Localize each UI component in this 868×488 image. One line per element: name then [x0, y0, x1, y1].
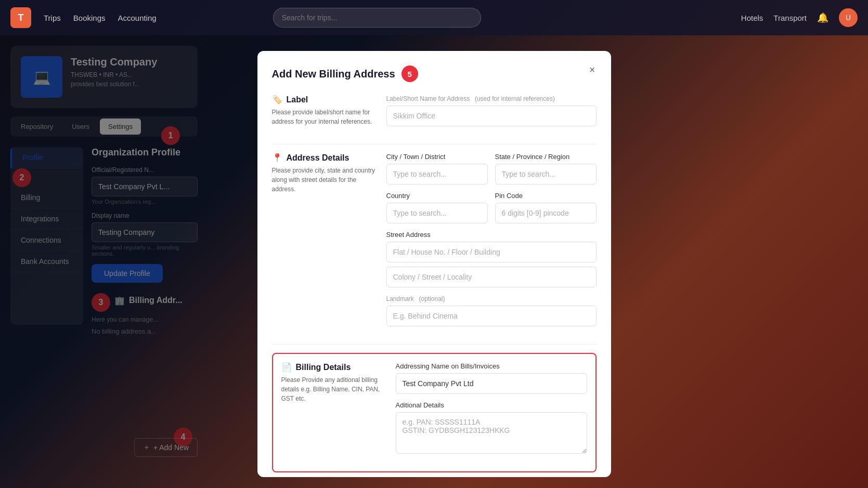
label-input[interactable]	[386, 105, 597, 126]
address-heading: 📍 Address Details	[272, 153, 376, 163]
country-input[interactable]	[386, 203, 488, 223]
navbar-trips[interactable]: Trips	[44, 14, 61, 22]
street-input-1[interactable]	[386, 242, 597, 262]
billing-details-section: 📄 Billing Details Please Provide any adi…	[272, 353, 597, 472]
navbar-transport[interactable]: Transport	[773, 14, 807, 22]
billing-name-label: Addressing Name on Bills/Invoices	[396, 362, 587, 370]
city-input[interactable]	[386, 164, 488, 184]
street-input-2[interactable]	[386, 267, 597, 287]
navbar-hotels[interactable]: Hotels	[741, 14, 763, 22]
add-billing-address-modal: Add New Billing Address 5 × 🏷️ Label Ple…	[257, 51, 611, 477]
search-input[interactable]	[273, 8, 481, 28]
billing-details-row: 📄 Billing Details Please Provide any adi…	[281, 362, 587, 463]
city-label: City / Town / District	[386, 153, 488, 161]
label-desc: Please provide label/short name for addr…	[272, 108, 376, 126]
billing-details-heading: 📄 Billing Details	[281, 362, 385, 372]
modal-overlay: Add New Billing Address 5 × 🏷️ Label Ple…	[0, 35, 868, 488]
street-label: Street Address	[386, 231, 597, 239]
landmark-input[interactable]	[386, 306, 597, 326]
avatar[interactable]: U	[839, 8, 858, 27]
pincode-input[interactable]	[495, 203, 597, 223]
main-content: 💻 Testing Company THSWEB • INR • AS... p…	[0, 35, 868, 488]
street-label-group: Street Address	[386, 231, 597, 287]
state-label: State / Province / Region	[495, 153, 597, 161]
modal-header: Add New Billing Address 5 ×	[272, 65, 597, 82]
address-desc: Please provide city, state and country a…	[272, 166, 376, 194]
billing-name-input[interactable]	[396, 373, 587, 394]
pincode-field-group: Pin Code	[495, 192, 597, 223]
additional-details-textarea[interactable]	[396, 412, 587, 454]
modal-title: Add New Billing Address	[272, 68, 395, 80]
navbar-bookings[interactable]: Bookings	[73, 14, 106, 22]
city-state-row: City / Town / District State / Province …	[386, 153, 597, 192]
billing-name-group: Addressing Name on Bills/Invoices	[396, 362, 587, 394]
additional-details-label: Aditional Details	[396, 401, 587, 409]
state-field-group: State / Province / Region	[495, 153, 597, 184]
pincode-label: Pin Code	[495, 192, 597, 200]
country-label: Country	[386, 192, 488, 200]
landmark-label: Landmark (optional)	[386, 295, 597, 302]
navbar-logo[interactable]: T	[10, 7, 31, 28]
label-icon: 🏷️	[272, 95, 282, 104]
divider-2	[272, 344, 597, 345]
label-section: 🏷️ Label Please provide label/short name…	[272, 95, 597, 134]
billing-details-fields: Addressing Name on Bills/Invoices Aditio…	[396, 362, 587, 463]
country-pincode-row: Country Pin Code	[386, 192, 597, 231]
city-field-group: City / Town / District	[386, 153, 488, 184]
bell-icon[interactable]: 🔔	[817, 12, 828, 23]
avatar-text: U	[846, 14, 851, 22]
navbar: T Trips Bookings Accounting Hotels Trans…	[0, 0, 868, 35]
landmark-field-group: Landmark (optional)	[386, 295, 597, 326]
billing-details-desc-text: Please Provide any aditional billing det…	[281, 375, 385, 403]
modal-close-button[interactable]: ×	[584, 61, 601, 78]
step-badge-5: 5	[401, 65, 418, 82]
state-input[interactable]	[495, 164, 597, 184]
country-field-group: Country	[386, 192, 488, 223]
label-field-label: Label/Short Name for Address (used for i…	[386, 95, 597, 102]
label-section-desc: 🏷️ Label Please provide label/short name…	[272, 95, 376, 134]
address-section-fields: City / Town / District State / Province …	[386, 153, 597, 334]
divider-1	[272, 144, 597, 144]
address-section: 📍 Address Details Please provide city, s…	[272, 153, 597, 334]
label-section-fields: Label/Short Name for Address (used for i…	[386, 95, 597, 134]
billing-details-icon: 📄	[281, 362, 292, 372]
location-icon: 📍	[272, 153, 282, 163]
address-section-desc: 📍 Address Details Please provide city, s…	[272, 153, 376, 334]
navbar-right: Hotels Transport 🔔 U	[741, 8, 858, 27]
navbar-accounting[interactable]: Accounting	[118, 14, 157, 22]
additional-details-group: Aditional Details	[396, 401, 587, 456]
label-field-group: Label/Short Name for Address (used for i…	[386, 95, 597, 126]
label-heading: 🏷️ Label	[272, 95, 376, 104]
billing-details-desc: 📄 Billing Details Please Provide any adi…	[281, 362, 385, 463]
logo-text: T	[18, 12, 24, 23]
